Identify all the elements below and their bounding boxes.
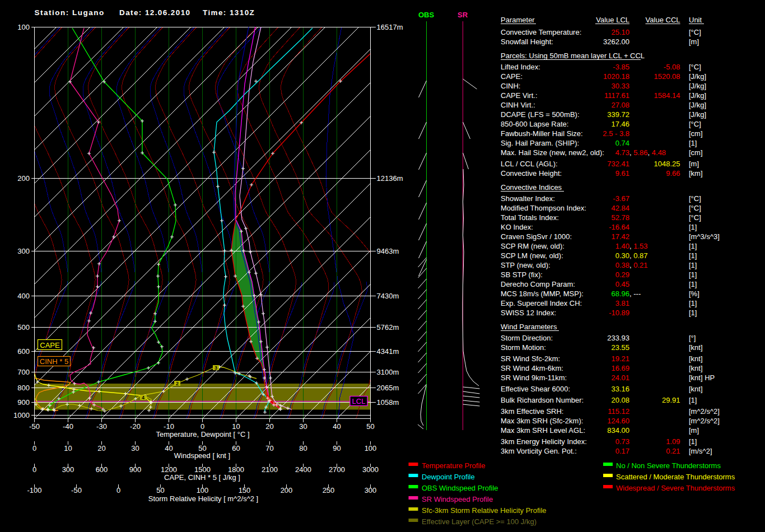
svg-text:40: 40 [165,444,172,452]
svg-text:500: 500 [17,323,30,332]
svg-text:Station: Lugano: Station: Lugano [35,8,105,17]
svg-text:0.73: 0.73 [615,437,629,446]
svg-text:250: 250 [323,486,335,494]
svg-text:0.21: 0.21 [666,447,680,455]
svg-text:Parameter: Parameter [501,16,535,24]
svg-text:Wind Parameters: Wind Parameters [501,323,557,331]
svg-text:CINH:: CINH: [501,82,520,90]
svg-text:[1]: [1] [689,139,697,147]
svg-text:Convective Indices: Convective Indices [501,183,562,192]
svg-text:[1]: [1] [689,261,697,269]
svg-text:70: 70 [265,444,273,452]
svg-text:DCAPE (LFS = 500mB):: DCAPE (LFS = 500mB): [501,110,580,119]
svg-text:300: 300 [365,486,377,494]
svg-text:Bulk Richardson Number:: Bulk Richardson Number: [501,396,584,404]
svg-text:1117.61: 1117.61 [604,91,629,100]
svg-text:10: 10 [64,444,72,452]
svg-text:7430m: 7430m [377,292,399,300]
svg-text:1000: 1000 [13,411,30,419]
svg-text:CAPE: CAPE [40,341,60,349]
svg-text:1.09: 1.09 [666,437,680,446]
svg-text:OBS Windspeed Profile: OBS Windspeed Profile [422,484,498,492]
svg-text:Dewpoint Profile: Dewpoint Profile [422,473,475,481]
svg-text:900: 900 [129,465,142,474]
svg-text:[m]: [m] [689,426,699,435]
svg-text:[1]: [1] [689,251,697,260]
svg-text:Storm Direction:: Storm Direction: [501,334,553,342]
svg-text:834.00: 834.00 [607,426,629,435]
svg-text:-50: -50 [71,486,82,494]
svg-text:1800: 1800 [228,465,244,474]
svg-text:[1]: [1] [689,437,697,446]
svg-text:-3.67: -3.67 [613,194,629,203]
svg-text:1.40: 1.40 [615,242,629,250]
svg-text:400: 400 [17,292,30,300]
svg-text:[°C]: [°C] [689,63,701,71]
svg-text:[knt]: [knt] [689,364,703,372]
svg-text:[J/kg]: [J/kg] [689,72,706,81]
svg-text:[m^3/s^3]: [m^3/s^3] [689,232,720,241]
svg-text:SCP RM (new, old):: SCP RM (new, old): [501,242,565,250]
svg-text:CINH Virt.:: CINH Virt.: [501,101,535,109]
svg-text:1584.14: 1584.14 [654,91,680,100]
svg-text:1048.25: 1048.25 [654,160,680,168]
svg-text:-100: -100 [27,486,41,494]
svg-text:[1]: [1] [689,270,697,279]
svg-text:-20: -20 [130,422,141,431]
svg-text:Widespread / Severe Thundersto: Widespread / Severe Thunderstorms [616,484,735,492]
svg-text:Parcels: Using 50mB mean layer: Parcels: Using 50mB mean layer LCL + CCL [501,52,645,60]
svg-text:0.29: 0.29 [615,270,629,279]
svg-text:Craven SigSvr / 1000:: Craven SigSvr / 1000: [501,232,572,241]
svg-text:2100: 2100 [262,465,278,474]
svg-text:27.08: 27.08 [611,101,629,109]
svg-text:30: 30 [131,444,139,452]
svg-text:Lifted Index:: Lifted Index: [501,63,540,71]
svg-text:20: 20 [97,444,105,452]
svg-text:3km Vorticity Gen. Pot.:: 3km Vorticity Gen. Pot.: [501,447,577,455]
svg-text:[1]: [1] [689,299,697,307]
svg-text:2065m: 2065m [377,384,399,392]
svg-text:CAPE Virt.:: CAPE Virt.: [501,91,538,100]
svg-text:30.33: 30.33 [611,82,629,90]
svg-text:SR Windspeed Profile: SR Windspeed Profile [422,495,493,503]
svg-text:0.38: 0.38 [615,261,629,269]
svg-text:Sfc-3km Storm Relative Helicit: Sfc-3km Storm Relative Helicity Profile [422,506,547,515]
svg-text:[m/s^2]: [m/s^2] [689,447,712,455]
svg-text:LCL: LCL [352,397,366,405]
svg-text:Windspeed [ knt ]: Windspeed [ knt ] [174,451,230,460]
svg-text:SR Wind 9km-11km:: SR Wind 9km-11km: [501,374,567,382]
svg-text:2: 2 [176,381,179,386]
svg-text:800: 800 [17,384,30,392]
svg-text:3km Energy Helicity Index:: 3km Energy Helicity Index: [501,437,587,446]
svg-text:600: 600 [96,465,108,474]
svg-text:CINH * 5: CINH * 5 [40,357,68,366]
svg-text:Temperature, Dewpoint [ °C ]: Temperature, Dewpoint [ °C ] [156,430,249,438]
svg-text:100: 100 [365,444,377,452]
svg-text:[cm]: [cm] [689,148,703,157]
svg-text:-16.64: -16.64 [609,223,629,231]
svg-text:[m]: [m] [689,38,699,46]
svg-text:STP (new, old):: STP (new, old): [501,261,551,269]
svg-text:CAPE, CINH * 5 [ J/kg ]: CAPE, CINH * 5 [ J/kg ] [164,473,240,482]
svg-text:850-600 Lapse Rate:: 850-600 Lapse Rate: [501,120,568,128]
svg-text:[J/kg]: [J/kg] [689,110,706,119]
svg-text:300: 300 [17,247,30,255]
svg-text:[1]: [1] [689,396,697,404]
svg-text:16.69: 16.69 [611,364,629,372]
svg-text:4.73: 4.73 [615,148,629,157]
svg-text:4341m: 4341m [377,347,399,356]
svg-text:Total Totals Index:: Total Totals Index: [501,213,559,222]
svg-text:[m]: [m] [689,160,699,168]
svg-text:Sig. Hail Param. (SHIP):: Sig. Hail Param. (SHIP): [501,139,579,147]
svg-text:-40: -40 [63,422,73,431]
svg-text:10: 10 [232,422,240,431]
svg-text:1058m: 1058m [377,398,399,407]
svg-text:40: 40 [333,422,340,431]
svg-text:50: 50 [366,422,374,431]
svg-text:Max. Hail Size (new, new2, old: Max. Hail Size (new, new2, old): [501,148,604,157]
svg-text:-3.85: -3.85 [613,63,629,71]
svg-text:, 5.86, 4.48: , 5.86, 4.48 [629,148,666,157]
svg-text:[°]: [°] [689,334,696,342]
svg-text:[1]: [1] [689,309,697,317]
svg-text:Scattered / Moderate Thunderst: Scattered / Moderate Thunderstorms [616,473,735,481]
